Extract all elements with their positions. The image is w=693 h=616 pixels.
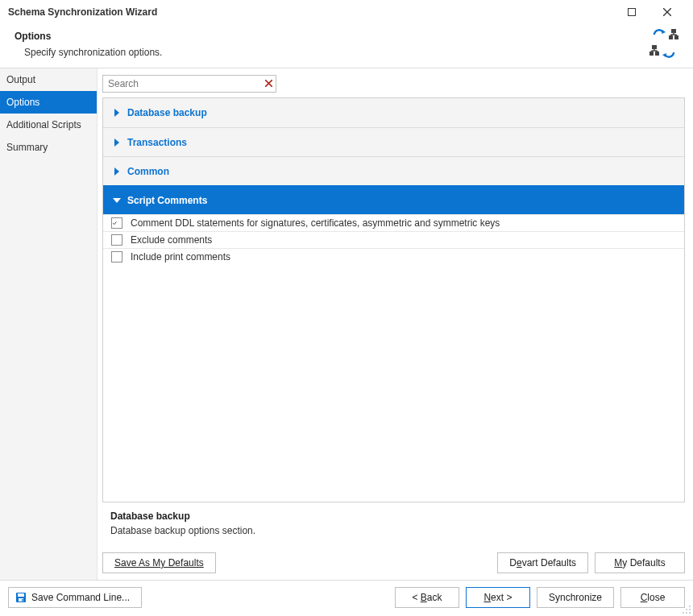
option-label: Include print comments <box>131 251 230 263</box>
option-label: Comment DDL statements for signatures, c… <box>131 217 500 229</box>
svg-marker-21 <box>114 109 119 117</box>
group-label: Database backup <box>127 107 207 118</box>
svg-point-32 <box>683 612 684 614</box>
svg-point-34 <box>689 606 691 607</box>
option-comment-ddl[interactable]: Comment DDL statements for signatures, c… <box>103 214 684 231</box>
devart-defaults-button[interactable]: Devart Defaults <box>497 552 588 573</box>
svg-marker-24 <box>113 198 121 203</box>
svg-point-33 <box>686 609 687 610</box>
maximize-icon <box>628 8 636 16</box>
svg-rect-5 <box>669 35 673 39</box>
header-text: Options Specify synchronization options. <box>15 31 646 58</box>
next-button[interactable]: Next > <box>466 587 530 608</box>
svg-rect-11 <box>652 45 657 49</box>
clear-search-icon[interactable] <box>265 79 272 89</box>
svg-point-29 <box>689 612 691 614</box>
back-button[interactable]: < Back <box>395 587 459 608</box>
chevron-right-icon <box>113 109 121 117</box>
group-transactions[interactable]: Transactions <box>103 127 684 156</box>
my-defaults-button[interactable]: My Defaults <box>595 552 685 573</box>
page-heading: Options <box>15 31 646 42</box>
save-command-line-button[interactable]: Save Command Line... <box>8 587 142 608</box>
search-input[interactable] <box>103 76 276 92</box>
svg-rect-13 <box>655 52 659 56</box>
close-button[interactable]: Close <box>620 587 685 608</box>
window-close-button[interactable] <box>649 0 685 24</box>
sidebar-item-additional-scripts[interactable]: Additional Scripts <box>0 114 97 136</box>
checkbox[interactable] <box>111 234 122 246</box>
save-command-line-label: Save Command Line... <box>31 592 130 603</box>
page-subtitle: Specify synchronization options. <box>24 47 646 58</box>
help-description: Database backup options section. <box>110 525 682 536</box>
body: Output Options Additional Scripts Summar… <box>0 68 693 580</box>
svg-rect-6 <box>674 35 678 39</box>
svg-point-30 <box>686 612 687 614</box>
group-script-comments[interactable]: Script Comments <box>103 185 684 214</box>
checkbox[interactable] <box>111 251 122 263</box>
svg-rect-26 <box>18 593 24 597</box>
sidebar-item-options[interactable]: Options <box>0 91 97 114</box>
window-title: Schema Synchronization Wizard <box>8 6 614 18</box>
resize-grip-icon[interactable] <box>682 605 691 614</box>
group-label: Common <box>127 166 169 177</box>
sidebar: Output Options Additional Scripts Summar… <box>0 68 98 580</box>
option-label: Exclude comments <box>131 234 212 246</box>
save-icon <box>15 592 27 603</box>
svg-rect-28 <box>22 599 23 602</box>
window-maximize-button[interactable] <box>614 0 649 24</box>
wizard-window: Schema Synchronization Wizard Options Sp… <box>0 0 693 616</box>
svg-marker-23 <box>114 167 119 176</box>
wizard-footer: Save Command Line... < Back Next > Synch… <box>0 580 693 616</box>
defaults-row: Save As My Defaults Devart Defaults My D… <box>102 552 685 580</box>
help-strip: Database backup Database backup options … <box>102 502 685 552</box>
chevron-right-icon <box>113 167 121 176</box>
sync-schema-icon <box>646 29 682 60</box>
svg-rect-4 <box>671 29 676 33</box>
sidebar-item-summary[interactable]: Summary <box>0 136 97 159</box>
main-panel: Database backup Transactions Common <box>98 68 693 580</box>
options-groups: Database backup Transactions Common <box>102 97 685 502</box>
svg-rect-0 <box>629 9 636 16</box>
footer-left: Save Command Line... <box>8 587 142 608</box>
header-region: Options Specify synchronization options. <box>0 24 693 68</box>
search-wrap <box>102 75 685 93</box>
chevron-down-icon <box>113 198 121 203</box>
svg-point-31 <box>689 609 691 610</box>
group-database-backup[interactable]: Database backup <box>103 98 684 127</box>
save-as-my-defaults-button[interactable]: Save As My Defaults <box>102 552 216 573</box>
group-label: Transactions <box>127 137 187 148</box>
search-box <box>102 75 276 93</box>
help-title: Database backup <box>110 511 682 522</box>
groups-empty-area <box>103 265 684 502</box>
option-include-print-comments[interactable]: Include print comments <box>103 248 684 265</box>
sidebar-item-output[interactable]: Output <box>0 68 97 91</box>
checkbox[interactable] <box>111 217 122 229</box>
script-comments-options: Comment DDL statements for signatures, c… <box>103 214 684 265</box>
synchronize-button[interactable]: Synchronize <box>537 587 614 608</box>
group-label: Script Comments <box>127 195 207 206</box>
chevron-right-icon <box>113 138 121 147</box>
option-exclude-comments[interactable]: Exclude comments <box>103 231 684 248</box>
svg-rect-12 <box>649 52 654 56</box>
group-common[interactable]: Common <box>103 156 684 185</box>
svg-marker-22 <box>114 138 119 147</box>
close-icon <box>663 8 671 16</box>
titlebar: Schema Synchronization Wizard <box>0 0 693 24</box>
